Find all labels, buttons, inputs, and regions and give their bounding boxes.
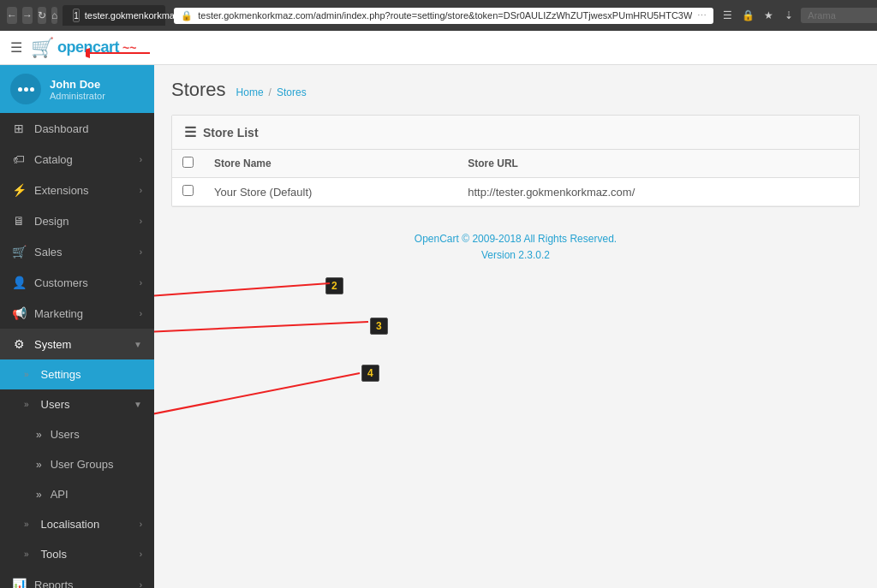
sidebar-label-design: Design	[34, 215, 131, 228]
sidebar-item-dashboard[interactable]: ⊞ Dashboard	[0, 113, 154, 144]
sidebar-item-api[interactable]: » API	[0, 479, 154, 509]
main-content: 2 3 4 Stores Home / Stores ☰ Store List	[154, 65, 877, 588]
breadcrumb: Home / Stores	[236, 86, 307, 98]
bookmark-icon[interactable]: ☰	[719, 7, 736, 24]
page-title: Stores	[171, 79, 226, 101]
back-button[interactable]: ←	[7, 7, 17, 24]
sidebar-label-marketing: Marketing	[34, 307, 131, 320]
sidebar-item-settings[interactable]: » Settings	[0, 359, 154, 389]
user-section: John Doe Administrator	[0, 65, 154, 113]
svg-line-1	[154, 283, 330, 305]
browser-chrome: ← → ↻ ⌂ 1 tester.gokmenkorkmaz.com 🔒 tes…	[0, 0, 877, 31]
dashboard-icon: ⊞	[12, 122, 26, 135]
catalog-arrow-icon: ›	[140, 155, 142, 164]
store-url-header: Store URL	[457, 150, 859, 178]
sidebar-label-users-group: Users	[41, 398, 126, 411]
browser-tab[interactable]: 1 tester.gokmenkorkmaz.com	[63, 5, 165, 26]
sales-icon: 🛒	[12, 245, 26, 258]
sidebar-item-design[interactable]: 🖥 Design ›	[0, 205, 154, 236]
avatar	[10, 74, 41, 104]
avatar-dot	[30, 87, 34, 92]
customers-icon: 👤	[12, 276, 26, 289]
tools-arrow-icon: ›	[140, 549, 142, 559]
store-table: Store Name Store URL Your Store (Default…	[172, 150, 859, 206]
sidebar-item-reports[interactable]: 📊 Reports ›	[0, 569, 154, 588]
settings-bullet-icon: »	[24, 370, 29, 379]
reload-button[interactable]: ↻	[38, 7, 46, 24]
breadcrumb-separator: /	[269, 86, 271, 98]
label-badge-3: 3	[370, 318, 388, 335]
reports-arrow-icon: ›	[140, 580, 142, 589]
row-checkbox[interactable]	[182, 185, 194, 196]
tab-number: 1	[73, 9, 80, 22]
store-name-cell: Your Store (Default)	[204, 178, 457, 206]
table-header-row: Store Name Store URL	[172, 150, 859, 178]
user-role: Administrator	[50, 91, 105, 101]
sidebar-item-customers[interactable]: 👤 Customers ›	[0, 267, 154, 298]
row-checkbox-cell[interactable]	[172, 178, 204, 206]
shield-icon[interactable]: 🔒	[739, 7, 756, 24]
sidebar-item-marketing[interactable]: 📢 Marketing ›	[0, 298, 154, 329]
version-text: Version 2.3.0.2	[171, 247, 860, 264]
sidebar-item-catalog[interactable]: 🏷 Catalog ›	[0, 144, 154, 175]
sidebar-item-localisation[interactable]: » Localisation ›	[0, 509, 154, 539]
sidebar-label-api: API	[51, 488, 142, 501]
avatar-dot	[24, 87, 28, 92]
label-badge-4: 4	[361, 365, 379, 382]
label-badge-2: 2	[325, 277, 343, 294]
home-button[interactable]: ⌂	[51, 7, 57, 24]
card-title: Store List	[203, 126, 259, 140]
sidebar-item-tools[interactable]: » Tools ›	[0, 539, 154, 569]
menu-toggle-icon[interactable]: ☰	[10, 39, 22, 56]
app-header: ☰ 🛒 opencart ~~	[0, 31, 877, 65]
sidebar-item-users-group[interactable]: » Users ▼	[0, 389, 154, 419]
extensions-icon: ⚡	[12, 183, 26, 197]
checkbox-header	[172, 150, 204, 178]
url-more-icon: ⋯	[697, 10, 707, 21]
sidebar-label-localisation: Localisation	[41, 518, 131, 531]
sidebar-item-user-groups[interactable]: » User Groups	[0, 449, 154, 479]
forward-button[interactable]: →	[22, 7, 33, 24]
design-icon: 🖥	[12, 214, 26, 228]
marketing-arrow-icon: ›	[140, 309, 142, 318]
sidebar-label-sales: Sales	[34, 246, 131, 258]
sidebar-item-users-sub[interactable]: » Users	[0, 419, 154, 449]
system-icon: ⚙	[12, 337, 26, 351]
users-sub-bullet-icon: »	[36, 429, 42, 441]
sidebar-label-dashboard: Dashboard	[34, 122, 142, 135]
sales-arrow-icon: ›	[140, 247, 142, 257]
select-all-checkbox[interactable]	[182, 157, 194, 168]
sidebar-item-system[interactable]: ⚙ System ▼	[0, 329, 154, 359]
localisation-bullet-icon: »	[24, 520, 29, 529]
api-bullet-icon: »	[36, 489, 42, 501]
star-icon[interactable]: ★	[760, 7, 777, 24]
tools-bullet-icon: »	[24, 549, 29, 559]
marketing-icon: 📢	[12, 306, 26, 320]
breadcrumb-home[interactable]: Home	[236, 86, 264, 98]
localisation-arrow-icon: ›	[140, 520, 142, 529]
search-input[interactable]	[801, 8, 877, 23]
design-arrow-icon: ›	[140, 217, 142, 226]
sidebar-label-system: System	[34, 338, 125, 351]
user-name: John Doe	[50, 78, 105, 91]
sidebar-label-reports: Reports	[34, 579, 131, 589]
copyright-text: OpenCart © 2009-2018 All Rights Reserved…	[171, 231, 860, 247]
breadcrumb-current: Stores	[277, 86, 307, 98]
store-url-cell: http://tester.gokmenkorkmaz.com/	[457, 178, 859, 206]
reports-icon: 📊	[12, 578, 26, 588]
browser-actions: ☰ 🔒 ★ ⇣	[719, 7, 877, 24]
store-list-card: ☰ Store List Store Name Store URL	[171, 115, 860, 207]
list-icon: ☰	[184, 124, 196, 140]
sidebar-item-sales[interactable]: 🛒 Sales ›	[0, 236, 154, 267]
catalog-icon: 🏷	[12, 152, 26, 166]
sidebar-item-extensions[interactable]: ⚡ Extensions ›	[0, 175, 154, 205]
sidebar: John Doe Administrator ⊞ Dashboard 🏷 Cat…	[0, 65, 154, 588]
user-info: John Doe Administrator	[50, 78, 105, 101]
url-text: tester.gokmenkorkmaz.com/admin/index.php…	[198, 10, 692, 21]
download-icon[interactable]: ⇣	[780, 7, 797, 24]
system-arrow-icon: ▼	[134, 340, 142, 349]
url-bar[interactable]: 🔒 tester.gokmenkorkmaz.com/admin/index.p…	[174, 8, 713, 24]
footer-credit: OpenCart © 2009-2018 All Rights Reserved…	[154, 214, 877, 281]
users-group-bullet-icon: »	[24, 400, 29, 409]
card-header: ☰ Store List	[172, 116, 859, 150]
